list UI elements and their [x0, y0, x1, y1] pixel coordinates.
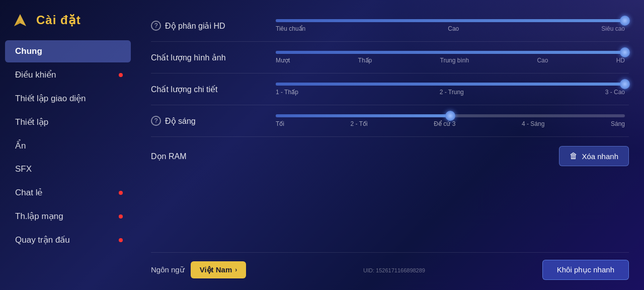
sidebar-item-label-chat-le: Chat lẻ	[15, 187, 42, 198]
setting-control-do-sang: Tối2 - TốiĐể cứ 34 - SángSáng	[272, 114, 629, 127]
language-section: Ngôn ngữ Việt Nam ›	[151, 261, 246, 278]
slider-label-chat-luong-chi-tiet-0: 1 - Thấp	[276, 89, 298, 96]
setting-label-chat-luong-hinh-anh: Chất lượng hình ảnh	[151, 53, 262, 62]
setting-label-text-chat-luong-hinh-anh: Chất lượng hình ảnh	[151, 53, 226, 62]
sidebar-item-label-thiet-lap-giao-dien: Thiết lập giao diện	[15, 93, 86, 104]
setting-row-don-ram: Dọn RAM🗑Xóa nhanh	[151, 137, 629, 175]
setting-label-text-chat-luong-chi-tiet: Chất lượng chi tiết	[151, 85, 217, 94]
notification-dot-chat-le	[119, 191, 123, 195]
app-logo-icon	[10, 10, 30, 30]
sidebar-item-label-sfx: SFX	[15, 164, 32, 174]
help-icon-do-phan-giai[interactable]: ?	[151, 21, 161, 31]
sidebar-item-chat-le[interactable]: Chat lẻ	[5, 181, 131, 204]
slider-fill-do-sang	[276, 114, 450, 117]
sidebar-item-thiet-lap[interactable]: Thiết lập	[5, 111, 131, 133]
slider-label-do-phan-giai-2: Siêu cao	[601, 25, 625, 32]
language-label: Ngôn ngữ	[151, 265, 185, 274]
sidebar-item-thiet-lap-giao-dien[interactable]: Thiết lập giao diện	[5, 87, 131, 110]
setting-row-do-sang: ?Độ sángTối2 - TốiĐể cứ 34 - SángSáng	[151, 105, 629, 137]
sidebar-header: Cài đặt	[0, 5, 136, 40]
sidebar-item-chung[interactable]: Chung	[5, 40, 131, 62]
setting-label-text-do-sang: Độ sáng	[165, 116, 196, 126]
app-title: Cài đặt	[36, 13, 81, 27]
notification-dot-th-lap-mang	[119, 214, 123, 219]
setting-label-do-sang: ?Độ sáng	[151, 116, 262, 126]
setting-label-don-ram: Dọn RAM	[151, 152, 262, 161]
slider-label-chat-luong-hinh-anh-1: Thấp	[358, 57, 372, 64]
app-layout: Cài đặt ChungĐiều khiểnThiết lập giao di…	[0, 0, 644, 290]
setting-control-don-ram: 🗑Xóa nhanh	[272, 146, 629, 166]
slider-track-do-phan-giai[interactable]	[276, 19, 625, 22]
sidebar-nav: ChungĐiều khiểnThiết lập giao diệnThiết …	[0, 40, 136, 251]
setting-row-do-phan-giai: ?Độ phân giải HDTiêu chuẩnCaoSiêu cao	[151, 10, 629, 42]
slider-label-chat-luong-hinh-anh-2: Trung bình	[440, 57, 469, 64]
slider-label-do-phan-giai-0: Tiêu chuẩn	[276, 25, 305, 32]
xoa-nhanh-label: Xóa nhanh	[582, 152, 618, 161]
settings-container: ?Độ phân giải HDTiêu chuẩnCaoSiêu caoChấ…	[151, 10, 629, 252]
slider-label-do-sang-2: Để cứ 3	[434, 120, 455, 127]
setting-label-chat-luong-chi-tiet: Chất lượng chi tiết	[151, 85, 262, 94]
slider-label-do-sang-3: 4 - Sáng	[522, 120, 544, 127]
sidebar-item-an[interactable]: Ẩn	[5, 134, 131, 157]
slider-thumb-do-sang[interactable]	[445, 111, 455, 121]
restore-label: Khôi phục nhanh	[557, 265, 614, 274]
sidebar-item-label-dieu-khien: Điều khiển	[15, 69, 56, 80]
slider-fill-chat-luong-hinh-anh	[276, 51, 625, 54]
slider-label-chat-luong-chi-tiet-1: 2 - Trung	[440, 89, 464, 96]
sidebar-item-label-chung: Chung	[15, 46, 42, 56]
slider-labels-chat-luong-chi-tiet: 1 - Thấp2 - Trung3 - Cao	[272, 89, 629, 96]
restore-button[interactable]: Khôi phục nhanh	[542, 260, 629, 280]
sidebar-item-label-quay-tran-dau: Quay trận đấu	[15, 235, 70, 245]
slider-track-do-sang[interactable]	[276, 114, 625, 117]
sidebar-item-th-lap-mang[interactable]: Th.lập mạng	[5, 205, 131, 228]
sidebar-item-quay-tran-dau[interactable]: Quay trận đấu	[5, 229, 131, 251]
slider-label-do-sang-1: 2 - Tối	[351, 120, 368, 127]
slider-label-do-phan-giai-1: Cao	[448, 25, 459, 32]
uid-display: UID: 1526171166898289	[363, 266, 425, 273]
language-button[interactable]: Việt Nam ›	[191, 261, 247, 278]
help-icon-do-sang[interactable]: ?	[151, 116, 161, 126]
slider-labels-chat-luong-hinh-anh: MượtThấpTrung bìnhCaoHD	[272, 57, 629, 64]
xoa-nhanh-button[interactable]: 🗑Xóa nhanh	[559, 146, 629, 166]
slider-label-chat-luong-chi-tiet-2: 3 - Cao	[605, 89, 625, 96]
sidebar-item-label-thiet-lap: Thiết lập	[15, 117, 48, 127]
slider-labels-do-sang: Tối2 - TốiĐể cứ 34 - SángSáng	[272, 120, 629, 127]
uid-text: UID: 1526171166898289	[363, 267, 425, 273]
slider-label-chat-luong-hinh-anh-3: Cao	[537, 57, 548, 64]
setting-control-do-phan-giai: Tiêu chuẩnCaoSiêu cao	[272, 19, 629, 32]
slider-thumb-do-phan-giai[interactable]	[620, 16, 630, 26]
bottom-bar: Ngôn ngữ Việt Nam › UID: 152617116689828…	[151, 252, 629, 280]
setting-row-chat-luong-hinh-anh: Chất lượng hình ảnhMượtThấpTrung bìnhCao…	[151, 42, 629, 74]
slider-fill-do-phan-giai	[276, 19, 625, 22]
setting-label-text-do-phan-giai: Độ phân giải HD	[165, 21, 225, 31]
language-value: Việt Nam	[200, 265, 232, 274]
chevron-right-icon: ›	[235, 266, 237, 273]
slider-label-chat-luong-hinh-anh-0: Mượt	[276, 57, 290, 64]
sidebar-item-label-th-lap-mang: Th.lập mạng	[15, 211, 63, 222]
slider-track-chat-luong-chi-tiet[interactable]	[276, 83, 625, 86]
slider-label-chat-luong-hinh-anh-4: HD	[616, 57, 625, 64]
slider-fill-chat-luong-chi-tiet	[276, 83, 625, 86]
setting-row-chat-luong-chi-tiet: Chất lượng chi tiết1 - Thấp2 - Trung3 - …	[151, 74, 629, 105]
slider-label-do-sang-0: Tối	[276, 120, 284, 127]
setting-label-text-don-ram: Dọn RAM	[151, 152, 186, 161]
slider-track-chat-luong-hinh-anh[interactable]	[276, 51, 625, 54]
slider-label-do-sang-4: Sáng	[611, 120, 625, 127]
notification-dot-dieu-khien	[119, 73, 123, 77]
sidebar-item-dieu-khien[interactable]: Điều khiển	[5, 63, 131, 86]
slider-thumb-chat-luong-chi-tiet[interactable]	[620, 79, 630, 89]
notification-dot-quay-tran-dau	[119, 238, 123, 242]
setting-control-chat-luong-chi-tiet: 1 - Thấp2 - Trung3 - Cao	[272, 83, 629, 96]
slider-labels-do-phan-giai: Tiêu chuẩnCaoSiêu cao	[272, 25, 629, 32]
slider-thumb-chat-luong-hinh-anh[interactable]	[620, 47, 630, 57]
sidebar-item-sfx[interactable]: SFX	[5, 158, 131, 180]
sidebar-item-label-an: Ẩn	[15, 140, 26, 151]
main-content: ?Độ phân giải HDTiêu chuẩnCaoSiêu caoChấ…	[136, 0, 644, 290]
setting-control-chat-luong-hinh-anh: MượtThấpTrung bìnhCaoHD	[272, 51, 629, 64]
setting-label-do-phan-giai: ?Độ phân giải HD	[151, 21, 262, 31]
sidebar: Cài đặt ChungĐiều khiểnThiết lập giao di…	[0, 0, 136, 290]
trash-icon: 🗑	[570, 152, 578, 161]
